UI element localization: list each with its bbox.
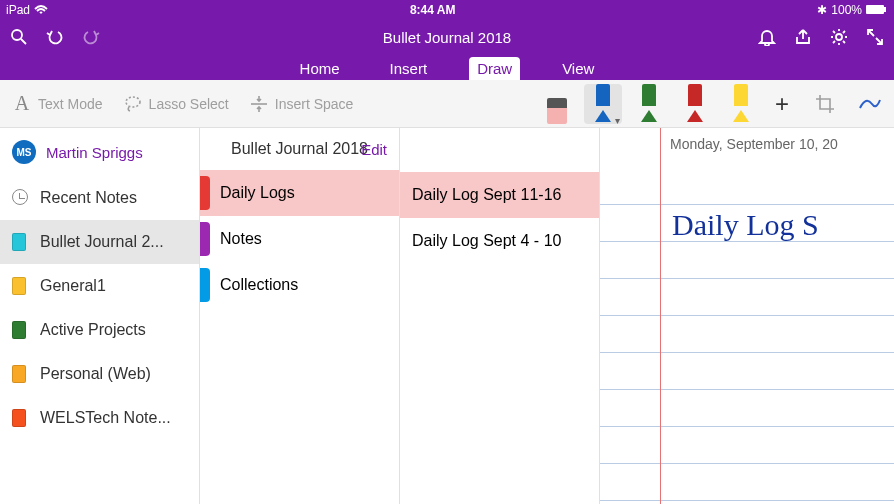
redo-icon[interactable] <box>82 28 100 46</box>
notebook-item[interactable]: General1 <box>0 264 199 308</box>
notebook-title: Bullet Journal 2018 <box>210 29 684 46</box>
notebook-item[interactable]: Bullet Journal 2... <box>0 220 199 264</box>
notebook-icon <box>12 409 30 427</box>
notebook-icon <box>12 277 30 295</box>
notebook-sidebar: MS Martin Spriggs Recent Notes Bullet Jo… <box>0 128 200 504</box>
crop-icon[interactable] <box>814 93 836 115</box>
battery-pct: 100% <box>831 3 862 17</box>
lasso-icon <box>123 94 143 114</box>
status-time: 8:44 AM <box>48 3 817 17</box>
menu-home[interactable]: Home <box>292 57 348 80</box>
search-icon[interactable] <box>10 28 28 46</box>
fullscreen-icon[interactable] <box>866 28 884 46</box>
clock-icon <box>12 189 30 207</box>
device-label: iPad <box>6 3 30 17</box>
add-pen-button[interactable]: + <box>768 90 796 118</box>
svg-point-2 <box>12 30 22 40</box>
bluetooth-icon: ✱ <box>817 3 827 17</box>
edit-sections-button[interactable]: Edit <box>361 141 387 158</box>
lasso-select-button[interactable]: Lasso Select <box>123 94 229 114</box>
notebook-item[interactable]: WELSTech Note... <box>0 396 199 440</box>
account-row[interactable]: MS Martin Spriggs <box>0 128 199 176</box>
recent-notes[interactable]: Recent Notes <box>0 176 199 220</box>
margin-line <box>660 128 661 504</box>
wifi-icon <box>34 5 48 15</box>
svg-point-5 <box>126 97 140 107</box>
eraser-tool[interactable] <box>538 84 576 124</box>
user-name: Martin Spriggs <box>46 144 143 161</box>
section-tab <box>200 268 210 302</box>
status-bar: iPad 8:44 AM ✱ 100% <box>0 0 894 20</box>
draw-ribbon: A Text Mode Lasso Select Insert Space ▾ … <box>0 80 894 128</box>
section-tab <box>200 222 210 256</box>
chevron-down-icon: ▾ <box>615 115 620 126</box>
menu-insert[interactable]: Insert <box>382 57 436 80</box>
text-mode-button[interactable]: A Text Mode <box>12 94 103 114</box>
section-item[interactable]: Daily Logs <box>200 170 399 216</box>
section-item[interactable]: Notes <box>200 216 399 262</box>
page-date: Monday, September 10, 20 <box>670 136 894 152</box>
insert-space-button[interactable]: Insert Space <box>249 94 354 114</box>
settings-icon[interactable] <box>830 28 848 46</box>
ink-to-shape-icon[interactable] <box>858 94 882 114</box>
handwriting-text: Daily Log S <box>672 208 819 242</box>
pen-green[interactable] <box>630 84 668 124</box>
highlighter-yellow[interactable] <box>722 84 760 124</box>
page-list: Daily Log Sept 11-16 Daily Log Sept 4 - … <box>400 128 600 504</box>
page-item[interactable]: Daily Log Sept 11-16 <box>400 172 599 218</box>
insert-space-icon <box>249 94 269 114</box>
title-bar: Bullet Journal 2018 <box>0 20 894 54</box>
svg-rect-0 <box>866 5 884 14</box>
menu-view[interactable]: View <box>554 57 602 80</box>
pen-blue[interactable]: ▾ <box>584 84 622 124</box>
avatar: MS <box>12 140 36 164</box>
notifications-icon[interactable] <box>758 28 776 46</box>
svg-line-3 <box>21 39 26 44</box>
svg-point-4 <box>836 34 842 40</box>
section-header: Bullet Journal 2018 Edit <box>200 128 399 170</box>
battery-icon <box>866 5 888 15</box>
section-item[interactable]: Collections <box>200 262 399 308</box>
notebook-item[interactable]: Active Projects <box>0 308 199 352</box>
menu-bar: Home Insert Draw View <box>0 54 894 80</box>
text-mode-icon: A <box>12 94 32 114</box>
notebook-icon <box>12 365 30 383</box>
notebook-icon <box>12 321 30 339</box>
menu-draw[interactable]: Draw <box>469 57 520 80</box>
notebook-item[interactable]: Personal (Web) <box>0 352 199 396</box>
share-icon[interactable] <box>794 28 812 46</box>
undo-icon[interactable] <box>46 28 64 46</box>
section-list: Bullet Journal 2018 Edit Daily Logs Note… <box>200 128 400 504</box>
page-item[interactable]: Daily Log Sept 4 - 10 <box>400 218 599 264</box>
notebook-icon <box>12 233 30 251</box>
pen-red[interactable] <box>676 84 714 124</box>
section-tab <box>200 176 210 210</box>
note-canvas[interactable]: Monday, September 10, 20 Daily Log S <box>600 128 894 504</box>
svg-rect-1 <box>884 7 886 12</box>
eraser-icon <box>547 98 567 124</box>
